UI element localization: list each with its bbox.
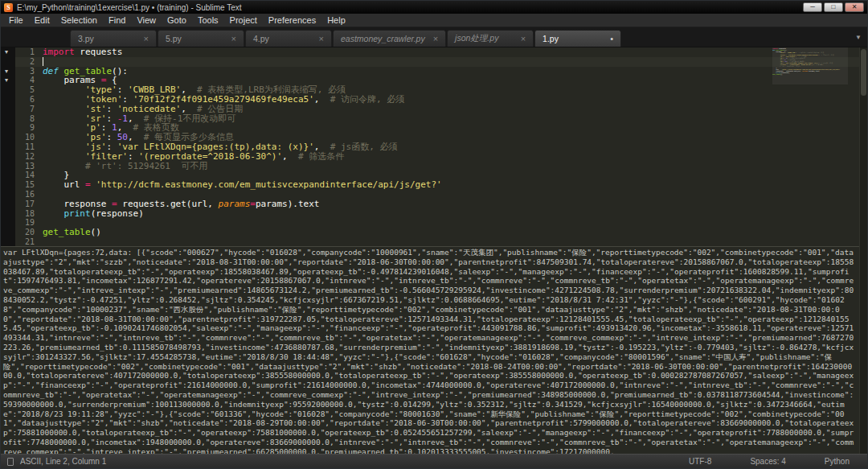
status-indentation[interactable]: Spaces: 4 <box>750 457 785 466</box>
minimap-viewport[interactable] <box>772 47 848 84</box>
tab-label: eastmoney_crawler.py <box>341 34 425 43</box>
window-title: E:\my_Python\training\1exercise\1.py • (… <box>17 3 242 12</box>
menu-item-project[interactable]: Project <box>224 14 263 26</box>
line-number: 6 <box>15 95 43 105</box>
line-number: 18 <box>15 209 43 219</box>
line-text <box>43 237 867 246</box>
tab-eastmoney_crawler.py[interactable]: eastmoney_crawler.py× <box>333 30 446 47</box>
line-number: 11 <box>15 142 43 152</box>
line-number: 13 <box>15 162 43 171</box>
code-line[interactable]: 20get_table() <box>15 228 867 237</box>
tab-label: 4.py <box>253 34 269 43</box>
line-number: 2 <box>15 57 43 67</box>
line-text: print(response) <box>43 209 867 219</box>
main-area: ▾▾▾ 1import requests23def get_table():4 … <box>1 47 867 454</box>
fold-strip: ▾▾▾ <box>1 47 15 246</box>
maximize-button[interactable]: □ <box>824 2 843 12</box>
tab-label: 3.py <box>78 34 94 43</box>
tab-4.py[interactable]: 4.py× <box>245 30 332 47</box>
line-number: 15 <box>15 180 43 190</box>
close-button[interactable]: ✕ <box>845 2 864 12</box>
line-text: import requests <box>43 47 867 57</box>
sublime-app-icon: S <box>4 3 13 12</box>
fold-arrow-icon[interactable]: ▾ <box>5 49 8 56</box>
tab-1.py[interactable]: 1.py• <box>534 30 621 47</box>
tab-label: 1.py <box>542 34 559 43</box>
fold-arrow-icon[interactable]: ▾ <box>5 68 8 75</box>
line-number: 19 <box>15 218 43 228</box>
tab-label: 5.py <box>166 34 182 43</box>
line-number: 17 <box>15 200 43 209</box>
line-number: 7 <box>15 105 43 114</box>
menu-item-goto[interactable]: Goto <box>162 14 192 26</box>
line-text <box>43 218 867 228</box>
tab-close-icon[interactable]: × <box>319 35 324 43</box>
status-file-icon[interactable] <box>7 458 14 466</box>
tab-close-icon[interactable]: × <box>231 35 236 43</box>
tab-strip: 3.py×5.py×4.py×eastmoney_crawler.py×json… <box>70 30 622 47</box>
status-cursor-position: ASCII, Line 2, Column 1 <box>20 457 106 466</box>
line-number: 20 <box>15 228 43 237</box>
line-text <box>43 57 867 67</box>
line-number: 12 <box>15 152 43 162</box>
window-controls: ─ □ ✕ <box>803 2 864 12</box>
output-panel[interactable]: var LFtlXDqn={pages:72,data: [{"scode":"… <box>1 246 867 454</box>
code-line[interactable]: 19 <box>15 218 867 228</box>
tab-close-icon[interactable]: × <box>144 35 149 43</box>
sublime-window: S E:\my_Python\training\1exercise\1.py •… <box>0 0 868 469</box>
line-number: 9 <box>15 123 43 133</box>
fold-arrow-icon[interactable]: ▾ <box>5 77 8 84</box>
menubar: FileEditSelectionFindViewGotoToolsProjec… <box>1 14 867 27</box>
output-text: var LFtlXDqn={pages:72,data: [{"scode":"… <box>3 248 856 454</box>
menu-item-help[interactable]: Help <box>321 14 351 26</box>
tab-overflow-dropdown-icon[interactable]: ▼ <box>855 34 862 41</box>
tabbar: 3.py×5.py×4.py×eastmoney_crawler.py×json… <box>1 27 867 47</box>
line-number: 5 <box>15 85 43 95</box>
line-number: 21 <box>15 237 43 246</box>
line-text: get_table() <box>43 228 867 237</box>
menu-item-file[interactable]: File <box>3 14 29 26</box>
line-text: def get_table(): <box>43 67 867 76</box>
tab-3.py[interactable]: 3.py× <box>70 30 157 47</box>
code-line[interactable]: 3def get_table(): <box>15 67 867 76</box>
tab-5.py[interactable]: 5.py× <box>158 30 244 47</box>
minimize-button[interactable]: ─ <box>803 2 822 12</box>
code-line[interactable]: 13 # 'rt': 51294261 可不用 <box>15 162 867 171</box>
code-line[interactable]: 2 <box>15 57 867 67</box>
menu-item-view[interactable]: View <box>131 14 162 26</box>
tab-close-icon[interactable]: × <box>521 35 526 43</box>
status-right-group: UTF-8 Spaces: 4 Python <box>689 457 861 466</box>
tab-label: json处理.py <box>455 33 498 44</box>
line-number: 4 <box>15 76 43 85</box>
status-encoding[interactable]: UTF-8 <box>689 457 711 466</box>
code-line[interactable]: 15 url = 'http://dcfm.eastmoney.com/em_m… <box>15 180 867 190</box>
tab-json处理.py[interactable]: json处理.py× <box>447 30 534 47</box>
status-syntax[interactable]: Python <box>825 457 850 466</box>
line-text: # 'rt': 51294261 可不用 <box>43 162 867 171</box>
line-text: url = 'http://dcfm.eastmoney.com/em_muti… <box>43 180 867 190</box>
titlebar[interactable]: S E:\my_Python\training\1exercise\1.py •… <box>1 1 867 14</box>
menu-item-edit[interactable]: Edit <box>29 14 55 26</box>
line-number: 8 <box>15 114 43 124</box>
line-number: 3 <box>15 67 43 76</box>
menu-item-find[interactable]: Find <box>103 14 131 26</box>
code-area[interactable]: 1import requests23def get_table():4 para… <box>15 47 867 246</box>
line-number: 16 <box>15 190 43 200</box>
line-number: 1 <box>15 47 43 57</box>
menu-item-preferences[interactable]: Preferences <box>263 14 321 26</box>
tab-modified-dot-icon[interactable]: • <box>610 35 613 43</box>
scrollbar-thumb[interactable] <box>861 49 866 96</box>
editor[interactable]: ▾▾▾ 1import requests23def get_table():4 … <box>1 47 867 246</box>
editor-scrollbar[interactable] <box>859 47 867 454</box>
menu-item-selection[interactable]: Selection <box>55 14 103 26</box>
menu-item-tools[interactable]: Tools <box>192 14 224 26</box>
line-text: response = requests.get(url, params=para… <box>43 200 867 209</box>
code-line[interactable]: 1import requests <box>15 47 867 57</box>
line-number: 10 <box>15 133 43 142</box>
statusbar: ASCII, Line 2, Column 1 UTF-8 Spaces: 4 … <box>1 454 867 468</box>
line-number: 14 <box>15 171 43 180</box>
tab-close-icon[interactable]: × <box>433 35 438 43</box>
code-line[interactable]: 18 print(response) <box>15 209 867 219</box>
code-line[interactable]: 21 <box>15 237 867 246</box>
